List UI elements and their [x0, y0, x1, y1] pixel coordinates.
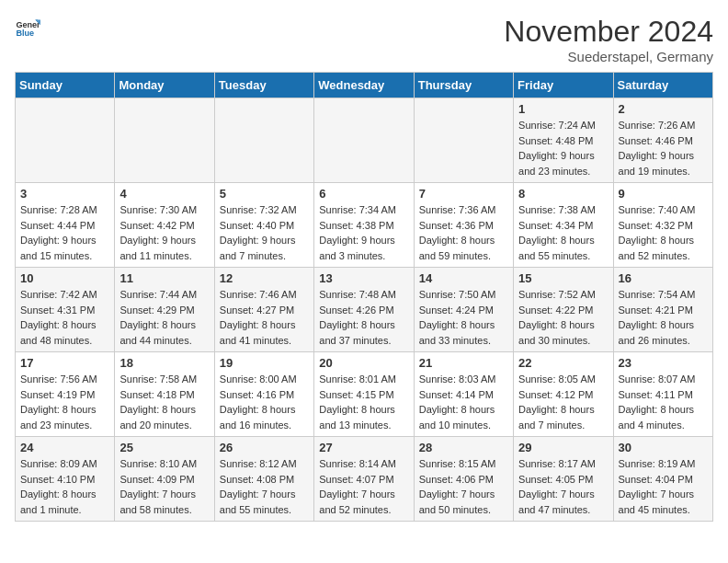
month-title: November 2024 [504, 15, 713, 49]
day-cell [314, 98, 414, 183]
day-cell: 4Sunrise: 7:30 AM Sunset: 4:42 PM Daylig… [115, 183, 214, 268]
logo-icon: General Blue [15, 15, 40, 40]
day-info: Sunrise: 7:44 AM Sunset: 4:29 PM Dayligh… [119, 287, 209, 348]
day-number: 3 [20, 187, 109, 201]
day-number: 20 [319, 356, 408, 370]
day-info: Sunrise: 7:42 AM Sunset: 4:31 PM Dayligh… [20, 287, 109, 348]
day-cell: 26Sunrise: 8:12 AM Sunset: 4:08 PM Dayli… [214, 437, 313, 522]
day-number: 27 [319, 441, 408, 454]
day-number: 26 [220, 441, 309, 454]
day-number: 2 [619, 102, 708, 116]
day-info: Sunrise: 7:32 AM Sunset: 4:40 PM Dayligh… [220, 202, 309, 263]
day-number: 19 [220, 356, 309, 370]
day-cell: 19Sunrise: 8:00 AM Sunset: 4:16 PM Dayli… [214, 352, 313, 437]
day-info: Sunrise: 8:05 AM Sunset: 4:12 PM Dayligh… [518, 372, 608, 432]
day-cell: 5Sunrise: 7:32 AM Sunset: 4:40 PM Daylig… [214, 183, 313, 268]
day-cell: 14Sunrise: 7:50 AM Sunset: 4:24 PM Dayli… [414, 268, 513, 352]
day-cell: 24Sunrise: 8:09 AM Sunset: 4:10 PM Dayli… [16, 437, 115, 522]
day-info: Sunrise: 8:14 AM Sunset: 4:07 PM Dayligh… [319, 456, 408, 517]
day-info: Sunrise: 7:54 AM Sunset: 4:21 PM Dayligh… [619, 287, 708, 348]
day-number: 17 [20, 356, 109, 370]
day-cell: 8Sunrise: 7:38 AM Sunset: 4:34 PM Daylig… [514, 183, 613, 268]
day-info: Sunrise: 7:56 AM Sunset: 4:19 PM Dayligh… [20, 372, 109, 432]
day-info: Sunrise: 7:50 AM Sunset: 4:24 PM Dayligh… [419, 287, 508, 348]
week-row-1: 3Sunrise: 7:28 AM Sunset: 4:44 PM Daylig… [16, 183, 713, 268]
day-cell: 23Sunrise: 8:07 AM Sunset: 4:11 PM Dayli… [613, 352, 712, 437]
day-info: Sunrise: 8:19 AM Sunset: 4:04 PM Dayligh… [619, 456, 708, 517]
week-row-3: 17Sunrise: 7:56 AM Sunset: 4:19 PM Dayli… [16, 352, 713, 437]
day-number: 14 [419, 271, 508, 285]
day-cell: 6Sunrise: 7:34 AM Sunset: 4:38 PM Daylig… [314, 183, 414, 268]
logo: General Blue [15, 15, 40, 40]
day-info: Sunrise: 8:01 AM Sunset: 4:15 PM Dayligh… [319, 372, 408, 432]
day-number: 30 [619, 441, 708, 454]
day-cell: 25Sunrise: 8:10 AM Sunset: 4:09 PM Dayli… [115, 437, 214, 522]
day-info: Sunrise: 7:34 AM Sunset: 4:38 PM Dayligh… [319, 202, 408, 263]
day-info: Sunrise: 8:03 AM Sunset: 4:14 PM Dayligh… [419, 372, 508, 432]
day-info: Sunrise: 8:09 AM Sunset: 4:10 PM Dayligh… [20, 456, 109, 517]
title-area: November 2024 Suederstapel, Germany [504, 15, 713, 64]
day-cell: 27Sunrise: 8:14 AM Sunset: 4:07 PM Dayli… [314, 437, 414, 522]
day-number: 22 [518, 356, 608, 370]
header-cell-friday: Friday [514, 73, 613, 98]
day-cell: 2Sunrise: 7:26 AM Sunset: 4:46 PM Daylig… [613, 98, 712, 183]
day-info: Sunrise: 7:40 AM Sunset: 4:32 PM Dayligh… [619, 202, 708, 263]
day-cell: 7Sunrise: 7:36 AM Sunset: 4:36 PM Daylig… [414, 183, 513, 268]
header-cell-tuesday: Tuesday [214, 73, 313, 98]
day-info: Sunrise: 8:17 AM Sunset: 4:05 PM Dayligh… [518, 456, 608, 517]
day-number: 15 [518, 271, 608, 285]
day-cell: 3Sunrise: 7:28 AM Sunset: 4:44 PM Daylig… [16, 183, 115, 268]
day-info: Sunrise: 7:52 AM Sunset: 4:22 PM Dayligh… [518, 287, 608, 348]
day-number: 21 [419, 356, 508, 370]
day-info: Sunrise: 8:00 AM Sunset: 4:16 PM Dayligh… [220, 372, 309, 432]
day-number: 5 [220, 187, 309, 201]
day-info: Sunrise: 8:15 AM Sunset: 4:06 PM Dayligh… [419, 456, 508, 517]
day-number: 11 [119, 271, 209, 285]
day-number: 28 [419, 441, 508, 454]
day-number: 18 [119, 356, 209, 370]
day-info: Sunrise: 7:46 AM Sunset: 4:27 PM Dayligh… [220, 287, 309, 348]
day-number: 7 [419, 187, 508, 201]
day-info: Sunrise: 7:58 AM Sunset: 4:18 PM Dayligh… [119, 372, 209, 432]
day-number: 1 [518, 102, 608, 116]
day-info: Sunrise: 7:36 AM Sunset: 4:36 PM Dayligh… [419, 202, 508, 263]
day-cell: 11Sunrise: 7:44 AM Sunset: 4:29 PM Dayli… [115, 268, 214, 352]
subtitle: Suederstapel, Germany [504, 49, 713, 64]
day-cell: 13Sunrise: 7:48 AM Sunset: 4:26 PM Dayli… [314, 268, 414, 352]
day-cell: 10Sunrise: 7:42 AM Sunset: 4:31 PM Dayli… [16, 268, 115, 352]
svg-text:Blue: Blue [16, 29, 34, 38]
day-number: 23 [619, 356, 708, 370]
day-cell: 17Sunrise: 7:56 AM Sunset: 4:19 PM Dayli… [16, 352, 115, 437]
day-cell: 1Sunrise: 7:24 AM Sunset: 4:48 PM Daylig… [514, 98, 613, 183]
day-info: Sunrise: 8:12 AM Sunset: 4:08 PM Dayligh… [220, 456, 309, 517]
day-number: 29 [518, 441, 608, 454]
header-cell-sunday: Sunday [16, 73, 115, 98]
calendar-body: 1Sunrise: 7:24 AM Sunset: 4:48 PM Daylig… [16, 98, 713, 522]
day-info: Sunrise: 7:24 AM Sunset: 4:48 PM Dayligh… [518, 118, 608, 178]
day-cell [214, 98, 313, 183]
header-cell-saturday: Saturday [613, 73, 712, 98]
calendar-header-row: SundayMondayTuesdayWednesdayThursdayFrid… [16, 73, 713, 98]
day-cell: 21Sunrise: 8:03 AM Sunset: 4:14 PM Dayli… [414, 352, 513, 437]
day-info: Sunrise: 7:28 AM Sunset: 4:44 PM Dayligh… [20, 202, 109, 263]
day-number: 13 [319, 271, 408, 285]
day-info: Sunrise: 7:26 AM Sunset: 4:46 PM Dayligh… [619, 118, 708, 178]
day-info: Sunrise: 8:07 AM Sunset: 4:11 PM Dayligh… [619, 372, 708, 432]
day-number: 8 [518, 187, 608, 201]
day-number: 9 [619, 187, 708, 201]
header-cell-monday: Monday [115, 73, 214, 98]
day-cell: 30Sunrise: 8:19 AM Sunset: 4:04 PM Dayli… [613, 437, 712, 522]
day-cell: 12Sunrise: 7:46 AM Sunset: 4:27 PM Dayli… [214, 268, 313, 352]
header-cell-thursday: Thursday [414, 73, 513, 98]
day-number: 25 [119, 441, 209, 454]
day-cell: 18Sunrise: 7:58 AM Sunset: 4:18 PM Dayli… [115, 352, 214, 437]
day-info: Sunrise: 7:38 AM Sunset: 4:34 PM Dayligh… [518, 202, 608, 263]
day-number: 4 [119, 187, 209, 201]
day-info: Sunrise: 8:10 AM Sunset: 4:09 PM Dayligh… [119, 456, 209, 517]
day-number: 6 [319, 187, 408, 201]
day-cell: 16Sunrise: 7:54 AM Sunset: 4:21 PM Dayli… [613, 268, 712, 352]
day-cell [414, 98, 513, 183]
day-number: 10 [20, 271, 109, 285]
header-cell-wednesday: Wednesday [314, 73, 414, 98]
calendar-table: SundayMondayTuesdayWednesdayThursdayFrid… [15, 72, 713, 522]
